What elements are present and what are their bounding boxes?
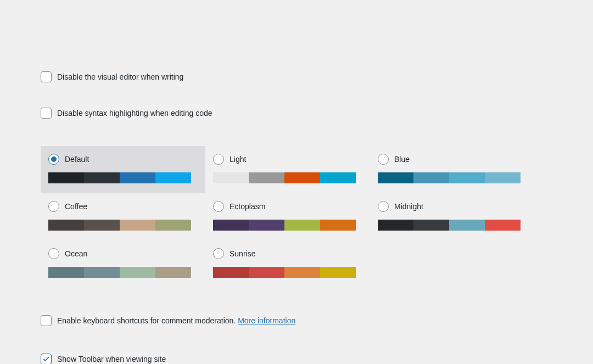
- color-scheme-label: Light: [230, 155, 246, 164]
- color-scheme-default[interactable]: Default: [41, 146, 205, 193]
- color-swatch: [284, 172, 320, 183]
- color-scheme-label: Midnight: [394, 202, 423, 211]
- color-swatch: [213, 172, 249, 183]
- color-scheme-grid: DefaultLightBlueCoffeeEctoplasmMidnightO…: [41, 146, 593, 288]
- color-scheme-label: Ectoplasm: [230, 202, 265, 211]
- color-swatches: [48, 172, 191, 183]
- label-disable-syntax-highlighting: Disable syntax highlighting when editing…: [57, 109, 212, 117]
- color-swatches: [213, 172, 356, 183]
- color-scheme-label: Coffee: [65, 202, 87, 211]
- color-scheme-midnight[interactable]: Midnight: [370, 193, 535, 240]
- color-scheme-coffee[interactable]: Coffee: [41, 193, 205, 240]
- color-swatch: [249, 172, 284, 183]
- option-show-toolbar[interactable]: Show Toolbar when viewing site: [41, 354, 593, 364]
- color-swatch: [485, 172, 521, 183]
- color-swatches: [378, 220, 521, 231]
- option-disable-visual-editor[interactable]: Disable the visual editor when writing: [41, 71, 593, 82]
- label-show-toolbar: Show Toolbar when viewing site: [57, 355, 166, 363]
- color-swatch: [155, 267, 191, 278]
- color-swatches: [213, 220, 356, 231]
- color-swatch: [320, 220, 356, 231]
- color-swatch: [249, 267, 284, 278]
- color-swatch: [155, 220, 191, 231]
- color-scheme-head: Midnight: [378, 201, 527, 212]
- color-swatch: [413, 220, 449, 231]
- color-scheme-label: Ocean: [65, 249, 87, 258]
- color-swatch: [213, 267, 249, 278]
- color-scheme-blue[interactable]: Blue: [370, 146, 535, 193]
- color-swatch: [249, 220, 284, 231]
- label-keyboard-shortcuts: Enable keyboard shortcuts for comment mo…: [57, 316, 295, 325]
- color-scheme-ocean[interactable]: Ocean: [41, 240, 205, 288]
- color-swatch: [48, 220, 84, 231]
- option-disable-syntax-highlighting[interactable]: Disable syntax highlighting when editing…: [41, 108, 593, 119]
- color-swatch: [320, 267, 356, 278]
- color-scheme-head: Coffee: [48, 201, 198, 212]
- color-swatch: [84, 267, 120, 278]
- radio-light[interactable]: [213, 154, 224, 165]
- radio-midnight[interactable]: [378, 201, 389, 212]
- checkbox-show-toolbar[interactable]: [41, 354, 52, 364]
- color-swatch: [213, 220, 249, 231]
- color-scheme-sunrise[interactable]: Sunrise: [205, 240, 370, 288]
- color-scheme-head: Ocean: [48, 248, 198, 259]
- color-scheme-head: Default: [48, 154, 198, 165]
- more-information-link[interactable]: More information: [238, 316, 295, 325]
- color-swatch: [120, 267, 155, 278]
- checkmark-icon: [42, 355, 50, 363]
- color-swatch: [284, 267, 320, 278]
- color-swatches: [378, 172, 521, 183]
- color-swatch: [120, 220, 155, 231]
- color-scheme-head: Sunrise: [213, 248, 362, 259]
- radio-sunrise[interactable]: [213, 248, 224, 259]
- color-swatches: [48, 220, 191, 231]
- color-swatch: [320, 172, 356, 183]
- radio-default[interactable]: [48, 154, 59, 165]
- color-swatch: [449, 220, 485, 231]
- color-swatches: [48, 267, 191, 278]
- radio-blue[interactable]: [378, 154, 389, 165]
- color-swatch: [84, 172, 120, 183]
- color-swatch: [378, 172, 413, 183]
- label-keyboard-shortcuts-text: Enable keyboard shortcuts for comment mo…: [57, 316, 236, 325]
- checkbox-keyboard-shortcuts[interactable]: [41, 315, 52, 326]
- color-swatch: [449, 172, 485, 183]
- label-disable-visual-editor: Disable the visual editor when writing: [57, 72, 183, 81]
- color-swatch: [485, 220, 521, 231]
- color-scheme-head: Ectoplasm: [213, 201, 362, 212]
- color-scheme-label: Blue: [394, 155, 410, 164]
- radio-ocean[interactable]: [48, 248, 59, 259]
- color-swatch: [48, 267, 84, 278]
- color-swatch: [120, 172, 155, 183]
- checkbox-disable-syntax-highlighting[interactable]: [41, 108, 52, 119]
- color-scheme-light[interactable]: Light: [205, 146, 370, 193]
- checkbox-disable-visual-editor[interactable]: [41, 71, 52, 82]
- radio-coffee[interactable]: [48, 201, 59, 212]
- color-scheme-label: Sunrise: [230, 249, 255, 258]
- color-swatch: [84, 220, 120, 231]
- color-swatch: [48, 172, 84, 183]
- profile-settings-section: Disable the visual editor when writing D…: [0, 0, 593, 364]
- color-swatches: [213, 267, 356, 278]
- color-scheme-ectoplasm[interactable]: Ectoplasm: [205, 193, 370, 240]
- color-swatch: [413, 172, 449, 183]
- color-scheme-head: Blue: [378, 154, 527, 165]
- color-swatch: [284, 220, 320, 231]
- option-keyboard-shortcuts[interactable]: Enable keyboard shortcuts for comment mo…: [41, 315, 593, 326]
- radio-dot-icon: [51, 156, 57, 162]
- color-swatch: [155, 172, 191, 183]
- color-swatch: [378, 220, 413, 231]
- color-scheme-head: Light: [213, 154, 362, 165]
- radio-ectoplasm[interactable]: [213, 201, 224, 212]
- color-scheme-label: Default: [65, 155, 89, 164]
